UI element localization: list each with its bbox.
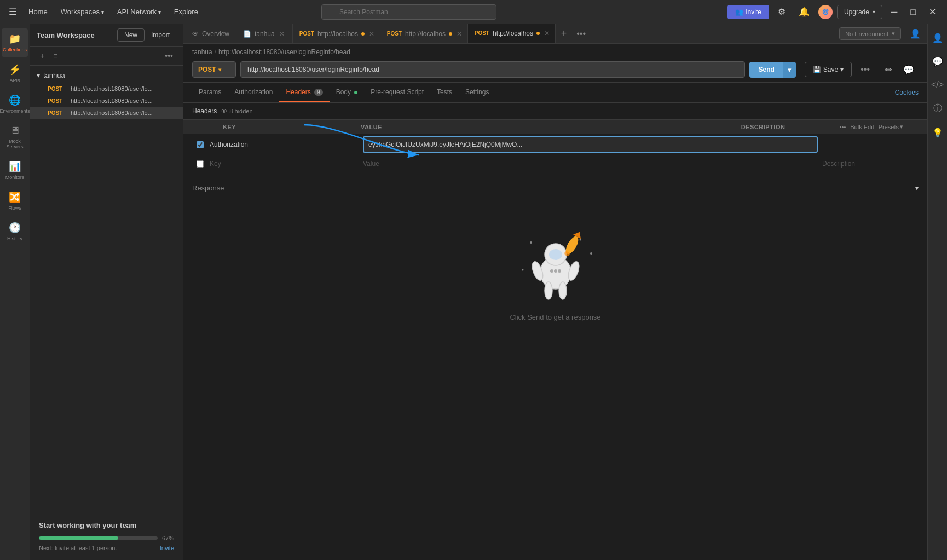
send-dropdown-button[interactable]: ▾ — [783, 62, 796, 78]
nav-api-network[interactable]: API Network — [112, 4, 166, 19]
header-checkbox-empty[interactable] — [197, 160, 204, 168]
header-checkbox-1[interactable] — [197, 141, 204, 148]
right-comment-icon[interactable]: 💬 — [928, 52, 948, 71]
nav-explore[interactable]: Explore — [169, 4, 204, 19]
url-input[interactable] — [240, 61, 745, 78]
astronaut-illustration — [515, 232, 597, 304]
sidebar-item-environments[interactable]: 🌐 Environments — [2, 90, 28, 118]
breadcrumb-collection[interactable]: tanhua — [192, 48, 212, 56]
team-invite-link[interactable]: Invite — [160, 545, 174, 551]
maximize-button[interactable]: □ — [906, 5, 920, 19]
team-promo: Start working with your team 67% Next: I… — [30, 512, 183, 560]
tab-tanhua-close[interactable]: ✕ — [278, 30, 286, 38]
main-content: 👁 Overview 📄 tanhua ✕ POST http://localh… — [183, 24, 927, 560]
presets-chevron-icon: ▾ — [900, 123, 903, 130]
request-more-button[interactable]: ••• — [856, 62, 874, 77]
history-icon: 🕐 — [9, 222, 21, 234]
row-value-1 — [361, 134, 820, 155]
method-selector[interactable]: POST ▾ — [192, 61, 236, 78]
filter-button[interactable]: ≡ — [50, 50, 61, 62]
request-item-3[interactable]: POST http://localhost:18080/user/lo... — [30, 107, 183, 119]
request-item-2[interactable]: POST http://localhost:18080/user/lo... — [30, 95, 183, 107]
sidebar-item-mock-servers[interactable]: 🖥 Mock Servers — [2, 120, 28, 154]
import-button[interactable]: Import — [145, 29, 176, 41]
env-selector[interactable]: No Environment ▾ — [839, 27, 901, 40]
progress-pct: 67% — [162, 535, 174, 541]
new-button[interactable]: New — [117, 28, 145, 42]
request-area: tanhua / http://localhost:18080/user/log… — [183, 44, 927, 83]
tab-request-3[interactable]: POST http://localhos ✕ — [380, 24, 468, 44]
breadcrumb-request[interactable]: http://localhost:18080/user/loginReginfo… — [218, 48, 350, 56]
apis-label: APIs — [9, 78, 20, 83]
tab-request-3-close[interactable]: ✕ — [455, 30, 463, 38]
tab-dot-2 — [361, 32, 365, 36]
tab-params[interactable]: Params — [192, 83, 228, 102]
tabs-right: No Environment ▾ 👤 — [839, 26, 925, 41]
response-header[interactable]: Response ▾ — [192, 177, 919, 199]
tab-body[interactable]: Body — [330, 83, 365, 102]
row-key-1: Authorization — [207, 136, 361, 153]
more-headers-btn[interactable]: ••• — [840, 124, 846, 130]
svg-point-11 — [559, 282, 567, 299]
progress-bar-wrap: 67% — [39, 535, 174, 541]
minimize-button[interactable]: ─ — [887, 5, 902, 19]
hidden-headers-badge[interactable]: 👁 8 hidden — [221, 108, 252, 114]
sidebar-item-collections[interactable]: 📁 Collections — [2, 28, 28, 57]
add-collection-button[interactable]: + — [37, 50, 48, 62]
cookies-button[interactable]: Cookies — [895, 83, 919, 102]
sidebar-item-monitors[interactable]: 📊 Monitors — [2, 156, 28, 184]
right-sidebar: 👤 💬 </> ⓘ 💡 — [927, 24, 947, 560]
right-code-icon[interactable]: </> — [927, 76, 947, 94]
workspace-name: Team Workspace — [37, 31, 117, 39]
tab-tanhua[interactable]: 📄 tanhua ✕ — [236, 24, 293, 44]
tab-settings[interactable]: Settings — [459, 83, 495, 102]
presets-button[interactable]: Presets ▾ — [879, 123, 903, 130]
request-item-1[interactable]: POST http://localhost:18080/user/lo... — [30, 83, 183, 95]
sidebar-icons: 📁 Collections ⚡ APIs 🌐 Environments 🖥 Mo… — [0, 24, 30, 560]
collection-header-tanhua[interactable]: ▾ tanhua — [30, 68, 183, 83]
menu-button[interactable]: ☰ — [7, 4, 19, 19]
search-input[interactable] — [321, 4, 496, 20]
tab-authorization[interactable]: Authorization — [228, 83, 279, 102]
request-path-3: http://localhost:18080/user/lo... — [71, 109, 153, 116]
settings-button[interactable]: ⚙ — [773, 4, 790, 19]
tab-request-2-close[interactable]: ✕ — [368, 30, 376, 38]
header-value-input-1[interactable] — [363, 136, 818, 153]
topbar: ☰ Home Workspaces API Network Explore 👥 … — [0, 0, 947, 24]
more-options-button[interactable]: ••• — [161, 50, 176, 62]
invite-icon: 👥 — [735, 8, 743, 16]
right-info-icon[interactable]: ⓘ — [929, 99, 946, 119]
method-badge-1: POST — [48, 86, 67, 92]
upgrade-button[interactable]: Upgrade ▾ — [837, 5, 882, 19]
nav-workspaces[interactable]: Workspaces — [55, 4, 109, 19]
tab-request-2[interactable]: POST http://localhos ✕ — [293, 24, 380, 44]
sidebar-item-history[interactable]: 🕐 History — [2, 217, 28, 246]
right-person-icon[interactable]: 👤 — [928, 28, 948, 48]
save-button[interactable]: 💾 Save ▾ — [805, 62, 852, 77]
invite-button[interactable]: 👥 Invite — [727, 5, 769, 19]
send-button[interactable]: Send — [749, 62, 783, 78]
tab-overview[interactable]: 👁 Overview — [186, 24, 236, 44]
tab-pre-request[interactable]: Pre-request Script — [364, 83, 430, 102]
tab-request-4[interactable]: POST http://localhos ✕ — [468, 24, 556, 44]
close-button[interactable]: ✕ — [925, 4, 940, 19]
panel-header: Team Workspace New Import — [30, 24, 183, 47]
env-chevron-icon: ▾ — [892, 30, 895, 37]
nav-home[interactable]: Home — [23, 4, 53, 19]
right-lightbulb-icon[interactable]: 💡 — [928, 123, 948, 142]
sidebar-item-flows[interactable]: 🔀 Flows — [2, 187, 28, 215]
next-text: Next: Invite at least 1 person. — [39, 545, 117, 551]
tab-request-4-close[interactable]: ✕ — [543, 30, 551, 37]
tab-tests[interactable]: Tests — [430, 83, 459, 102]
svg-point-7 — [549, 249, 562, 260]
more-tabs-button[interactable]: ••• — [572, 24, 590, 44]
edit-icon-btn[interactable]: ✏ — [881, 62, 897, 77]
comment-icon-btn[interactable]: 💬 — [899, 62, 919, 77]
notifications-button[interactable]: 🔔 — [794, 4, 814, 19]
bulk-edit-button[interactable]: Bulk Edit — [850, 124, 874, 130]
person-icon-btn[interactable]: 👤 — [905, 26, 925, 41]
add-tab-button[interactable]: + — [556, 24, 573, 44]
sidebar-item-apis[interactable]: ⚡ APIs — [2, 59, 28, 88]
tab-headers[interactable]: Headers 9 — [279, 83, 329, 102]
progress-bar — [39, 536, 158, 540]
